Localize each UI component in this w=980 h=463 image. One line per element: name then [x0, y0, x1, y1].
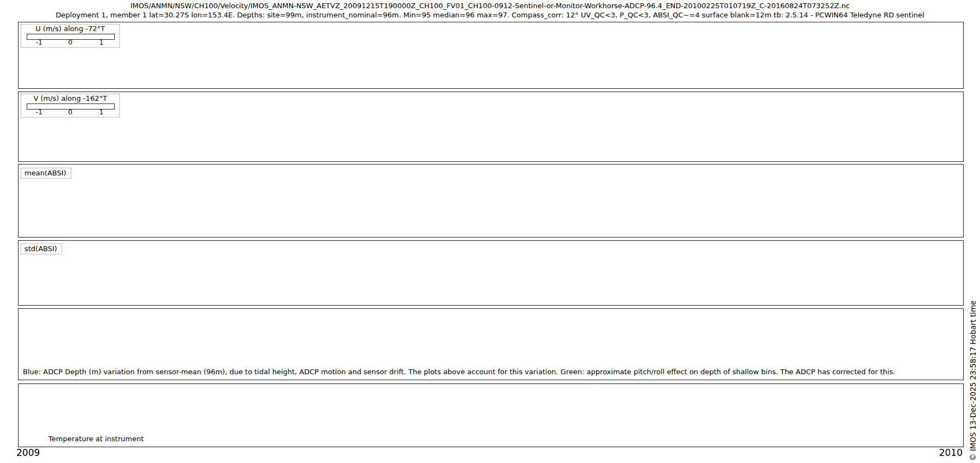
u-colorbar-title: U (m/s) along -72°T	[21, 25, 119, 33]
u-velocity-heatmap	[19, 22, 963, 88]
panel-temperature: Temperature at instrument	[18, 383, 964, 447]
mean-absi-heatmap	[19, 165, 963, 237]
panel-depth-variation: Blue: ADCP Depth (m) variation from sens…	[18, 308, 964, 380]
v-colorbar-legend: V (m/s) along -162°T -1 0 1	[21, 94, 120, 118]
u-colorbar-tick-neg1: -1	[36, 39, 42, 46]
x-axis-year-end: 2010	[936, 447, 963, 458]
u-colorbar-tick-0: 0	[68, 39, 72, 46]
panel-u-velocity: U (m/s) along -72°T -1 0 1	[18, 22, 964, 89]
temperature-label: Temperature at instrument	[48, 435, 144, 443]
temperature-plot	[19, 384, 963, 447]
mean-absi-label: mean(ABSI)	[21, 168, 71, 179]
panel-mean-absi: mean(ABSI)	[18, 164, 964, 237]
figure: IMOS/ANMN/NSW/CH100/Velocity/IMOS_ANMN-N…	[0, 0, 980, 463]
figure-title-line2: Deployment 1, member 1 lat=30.27S lon=15…	[0, 11, 980, 19]
u-colorbar-legend: U (m/s) along -72°T -1 0 1	[21, 24, 120, 48]
u-colorbar-tick-pos1: 1	[99, 39, 103, 46]
panel-v-velocity: V (m/s) along -162°T -1 0 1	[18, 92, 964, 162]
x-axis-year-start: 2009	[16, 447, 44, 458]
panel-std-absi: std(ABSI)	[18, 240, 964, 306]
v-colorbar-tick-0: 0	[68, 108, 72, 116]
v-colorbar-ticks: -1 0 1	[27, 108, 114, 116]
figure-title-line1: IMOS/ANMN/NSW/CH100/Velocity/IMOS_ANMN-N…	[0, 2, 980, 10]
v-velocity-heatmap	[19, 92, 963, 161]
std-absi-heatmap	[19, 241, 963, 305]
watermark-copyright: © IMOS 13-Dec-2025 23:58:17 Hobart time	[969, 301, 977, 461]
x-axis-ticks	[18, 447, 963, 452]
depth-variation-note: Blue: ADCP Depth (m) variation from sens…	[23, 368, 895, 376]
std-absi-label: std(ABSI)	[21, 243, 62, 254]
v-colorbar-title: V (m/s) along -162°T	[21, 94, 119, 102]
u-colorbar-ticks: -1 0 1	[27, 39, 114, 46]
v-colorbar-tick-neg1: -1	[36, 108, 42, 116]
v-colorbar-tick-pos1: 1	[99, 108, 103, 116]
